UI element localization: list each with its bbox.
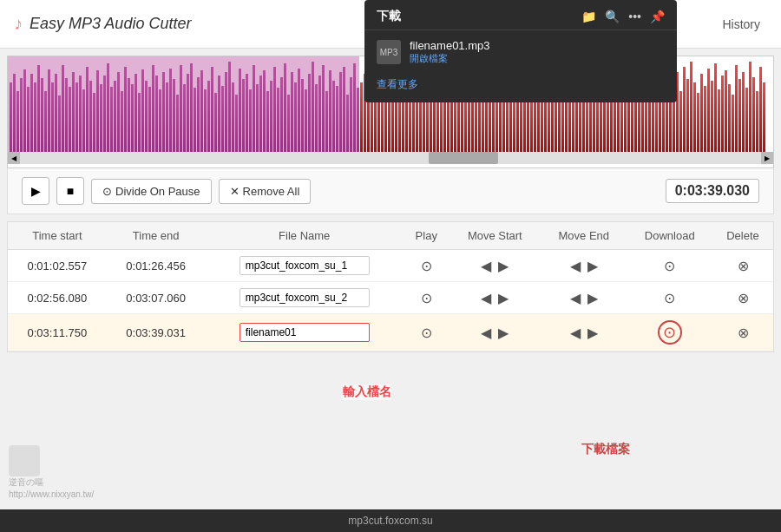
svg-rect-193 xyxy=(679,91,682,152)
watermark-line1: 逆音の嘔 xyxy=(9,477,43,487)
svg-rect-195 xyxy=(686,79,689,152)
svg-rect-197 xyxy=(693,82,696,152)
popup-folder-icon[interactable]: 📁 xyxy=(581,10,596,23)
svg-rect-209 xyxy=(735,65,738,152)
popup-see-more[interactable]: 查看更多 xyxy=(364,74,677,99)
move-start-left-1[interactable]: ◀ xyxy=(479,258,493,274)
cell-time-start: 0:01:02.557 xyxy=(8,250,107,282)
svg-rect-203 xyxy=(714,63,717,152)
move-end-left-1[interactable]: ◀ xyxy=(568,258,582,274)
scrollbar-thumb[interactable] xyxy=(429,152,498,164)
svg-rect-200 xyxy=(704,86,706,152)
svg-rect-215 xyxy=(756,91,758,152)
svg-rect-211 xyxy=(742,72,745,152)
filename-input-2[interactable] xyxy=(240,288,370,307)
svg-rect-201 xyxy=(707,69,710,152)
svg-rect-210 xyxy=(738,79,741,152)
input-filename-annotation: 輸入檔名 xyxy=(343,384,391,400)
download-row-2[interactable]: ⊙ xyxy=(662,290,677,306)
divide-button[interactable]: ⊙ Divide On Pause xyxy=(91,179,212,204)
svg-rect-101 xyxy=(360,82,363,152)
col-delete: Delete xyxy=(712,222,773,250)
move-start-right-3[interactable]: ▶ xyxy=(496,325,510,341)
svg-rect-216 xyxy=(759,67,762,152)
scroll-left-arrow[interactable]: ◀ xyxy=(8,152,20,164)
table-header-row: Time start Time end File Name Play Move … xyxy=(8,222,773,250)
cell-time-end: 0:01:26.456 xyxy=(107,250,206,282)
popup-pin-icon[interactable]: 📌 xyxy=(650,10,665,23)
app-title-text: Easy MP3 Audio Cutter xyxy=(30,15,191,33)
remove-all-button[interactable]: ✕ Remove All xyxy=(219,179,312,204)
svg-rect-196 xyxy=(690,62,692,152)
move-end-left-3[interactable]: ◀ xyxy=(568,325,582,341)
move-start-left-2[interactable]: ◀ xyxy=(479,290,493,306)
move-start-right-2[interactable]: ▶ xyxy=(496,290,510,306)
download-annotation: 下載檔案 xyxy=(581,442,630,457)
play-button[interactable]: ▶ xyxy=(22,177,49,205)
play-row-3[interactable]: ⊙ xyxy=(419,325,434,341)
svg-rect-194 xyxy=(683,67,686,152)
segments-table: Time start Time end File Name Play Move … xyxy=(7,221,774,352)
svg-rect-186 xyxy=(655,95,658,152)
cell-time-end: 0:03:39.031 xyxy=(107,314,206,351)
move-end-right-1[interactable]: ▶ xyxy=(586,258,600,274)
delete-row-1[interactable]: ⊗ xyxy=(736,258,751,274)
svg-rect-218 xyxy=(8,56,359,152)
footer-text: mp3cut.foxcom.su xyxy=(348,515,432,527)
remove-label: Remove All xyxy=(243,185,300,198)
move-start-left-3[interactable]: ◀ xyxy=(479,325,493,341)
move-end-right-3[interactable]: ▶ xyxy=(586,325,600,341)
move-start-right-1[interactable]: ▶ xyxy=(496,258,510,274)
music-icon: ♪ xyxy=(14,14,23,34)
stop-button[interactable]: ■ xyxy=(56,177,84,205)
cell-file-name xyxy=(206,282,404,314)
popup-search-icon[interactable]: 🔍 xyxy=(605,10,620,23)
cell-time-start: 0:02:56.080 xyxy=(8,282,107,314)
divide-icon: ⊙ xyxy=(102,185,112,198)
app-title: ♪ Easy MP3 Audio Cutter xyxy=(14,14,191,34)
download-row-3[interactable]: ⊙ xyxy=(658,320,682,345)
svg-rect-198 xyxy=(697,93,699,152)
svg-rect-207 xyxy=(728,84,731,152)
svg-rect-206 xyxy=(725,70,727,152)
scroll-right-arrow[interactable]: ▶ xyxy=(761,152,773,164)
waveform-scrollbar[interactable]: ◀ ▶ xyxy=(8,152,773,164)
table-row-highlighted: 0:03:11.750 0:03:39.031 ⊙ ◀ ▶ ◀ ▶ ⊙ ⊗ xyxy=(8,314,773,351)
svg-rect-115 xyxy=(409,95,411,152)
svg-rect-136 xyxy=(482,95,484,152)
play-row-2[interactable]: ⊙ xyxy=(419,290,434,306)
col-file-name: File Name xyxy=(206,222,404,250)
controls-bar: ▶ ■ ⊙ Divide On Pause ✕ Remove All 0:03:… xyxy=(7,168,774,214)
play-row-1[interactable]: ⊙ xyxy=(419,258,434,274)
col-download: Download xyxy=(627,222,712,250)
cell-time-end: 0:03:07.060 xyxy=(107,282,206,314)
popup-file-name: filename01.mp3 xyxy=(410,39,665,52)
time-display: 0:03:39.030 xyxy=(666,179,759,203)
filename-input-1[interactable] xyxy=(240,256,370,275)
delete-row-3[interactable]: ⊗ xyxy=(736,325,751,341)
col-time-end: Time end xyxy=(107,222,206,250)
history-button[interactable]: History xyxy=(715,14,767,35)
svg-rect-217 xyxy=(763,82,765,152)
popup-icons: 📁 🔍 ••• 📌 xyxy=(581,10,665,23)
svg-rect-166 xyxy=(586,95,588,152)
watermark-line2: http://www.nixxyan.tw/ xyxy=(9,489,94,499)
col-move-start: Move Start xyxy=(450,222,541,250)
filename-input-3[interactable] xyxy=(240,323,370,342)
file-info: filename01.mp3 開啟檔案 xyxy=(410,39,665,65)
delete-row-2[interactable]: ⊗ xyxy=(736,290,751,306)
col-play: Play xyxy=(404,222,450,250)
popup-header: 下載 📁 🔍 ••• 📌 xyxy=(364,0,677,30)
col-move-end: Move End xyxy=(541,222,627,250)
file-type-icon: MP3 xyxy=(377,40,401,64)
cell-time-start: 0:03:11.750 xyxy=(8,314,107,351)
popup-open-link[interactable]: 開啟檔案 xyxy=(410,52,665,65)
download-popup: 下載 📁 🔍 ••• 📌 MP3 filename01.mp3 開啟檔案 查看更… xyxy=(364,0,677,102)
svg-rect-214 xyxy=(752,77,755,152)
download-row-1[interactable]: ⊙ xyxy=(662,258,677,274)
popup-more-icon[interactable]: ••• xyxy=(628,10,641,23)
watermark: 逆音の嘔 http://www.nixxyan.tw/ xyxy=(9,445,94,501)
move-end-right-2[interactable]: ▶ xyxy=(586,290,600,306)
watermark-logo xyxy=(9,445,40,476)
move-end-left-2[interactable]: ◀ xyxy=(568,290,582,306)
